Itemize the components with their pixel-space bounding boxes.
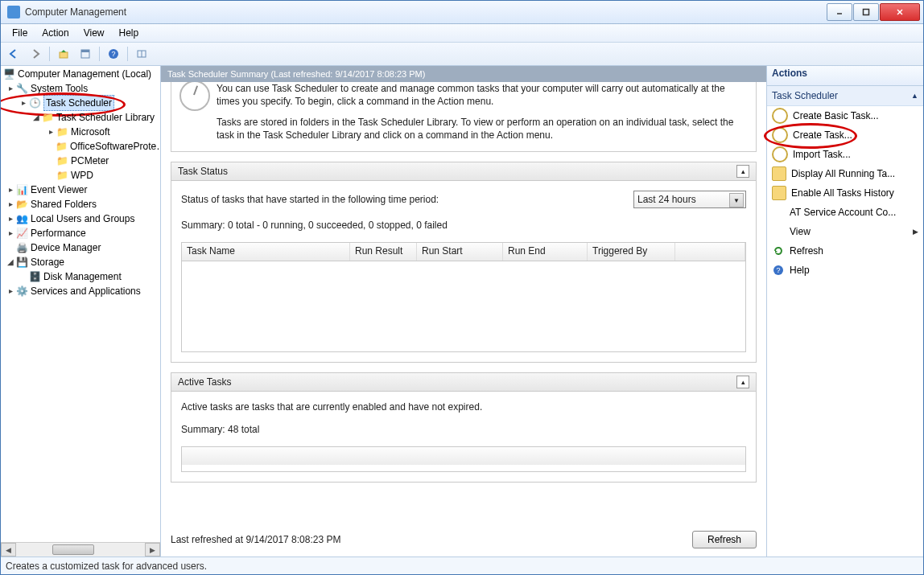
status-summary: Summary: 0 total - 0 running, 0 succeede…	[181, 220, 746, 231]
collapse-icon[interactable]: ▲	[911, 92, 918, 100]
storage-icon: 💾	[15, 256, 28, 269]
expand-icon[interactable]: ▸	[46, 125, 56, 139]
task-status-header[interactable]: Task Status ▴	[171, 162, 756, 181]
action-refresh[interactable]: Refresh	[767, 241, 923, 261]
expand-icon[interactable]: ▸	[6, 212, 15, 226]
folder-icon: 📁	[56, 140, 68, 153]
action-help[interactable]: ?Help	[767, 261, 923, 280]
task-status-body: Status of tasks that have started in the…	[171, 181, 756, 362]
folder-icon: 📁	[56, 125, 68, 138]
properties-button[interactable]	[76, 44, 95, 64]
tree-services-apps[interactable]: ▸⚙️Services and Applications	[2, 284, 160, 298]
refresh-icon	[772, 244, 785, 257]
maximize-button[interactable]	[853, 3, 879, 21]
period-combobox[interactable]: Last 24 hours ▼	[633, 191, 746, 208]
collapse-icon[interactable]: ▴	[736, 376, 749, 388]
actions-group-header[interactable]: Task Scheduler▲	[767, 86, 923, 106]
expand-icon[interactable]: ▸	[6, 284, 15, 298]
action-enable-history[interactable]: Enable All Tasks History	[767, 183, 923, 203]
expand-icon[interactable]: ▸	[6, 81, 15, 96]
tree-device-manager[interactable]: 🖨️Device Manager	[2, 240, 160, 255]
expand-icon[interactable]: ▸	[6, 226, 15, 240]
tree-pcmeter[interactable]: 📁PCMeter	[2, 154, 160, 168]
share-icon: 📂	[15, 198, 28, 211]
action-display-running[interactable]: Display All Running Ta...	[767, 164, 923, 183]
collapse-icon[interactable]: ▴	[736, 165, 749, 178]
col-run-result[interactable]: Run Result	[350, 243, 417, 261]
action-create-task[interactable]: Create Task...	[767, 125, 923, 145]
disk-icon: 🗄️	[28, 270, 41, 283]
action-import-task[interactable]: Import Task...	[767, 145, 923, 164]
nav-forward-button[interactable]	[26, 44, 45, 64]
tree-shared-folders[interactable]: ▸📂Shared Folders	[2, 197, 160, 212]
scroll-track[interactable]	[16, 544, 145, 556]
overview-text-1: You can use Task Scheduler to create and…	[217, 82, 746, 108]
tree-system-tools[interactable]: ▸🔧System Tools	[2, 81, 160, 96]
active-tasks-summary: Summary: 48 total	[181, 424, 746, 435]
folder-icon	[772, 186, 786, 200]
tree-hscrollbar[interactable]: ◀ ▶	[1, 542, 160, 557]
menu-action[interactable]: Action	[35, 26, 75, 40]
refresh-button[interactable]: Refresh	[692, 531, 757, 548]
extra-button[interactable]	[132, 44, 151, 64]
chevron-right-icon: ▶	[913, 228, 918, 236]
tree-ts-library[interactable]: ◢📁Task Scheduler Library	[2, 110, 160, 125]
navigation-pane: 🖥️Computer Management (Local) ▸🔧System T…	[1, 66, 161, 557]
tree-local-users[interactable]: ▸👥Local Users and Groups	[2, 212, 160, 226]
minimize-button[interactable]	[827, 3, 852, 21]
collapse-icon[interactable]: ◢	[31, 110, 41, 125]
library-icon: 📁	[41, 111, 54, 124]
up-button[interactable]	[54, 44, 73, 64]
scroll-left-button[interactable]: ◀	[1, 543, 16, 557]
tree-performance[interactable]: ▸📈Performance	[2, 226, 160, 240]
collapse-icon[interactable]: ◢	[6, 255, 15, 269]
chevron-down-icon[interactable]: ▼	[729, 193, 744, 207]
action-view[interactable]: View▶	[767, 222, 923, 241]
scroll-thumb[interactable]	[52, 544, 94, 555]
blank-icon	[772, 225, 785, 238]
actions-header: Actions	[767, 66, 923, 86]
action-at-service[interactable]: AT Service Account Co...	[767, 203, 923, 222]
active-tasks-body: Active tasks are tasks that are currentl…	[171, 392, 756, 482]
tree-disk-management[interactable]: 🗄️Disk Management	[2, 269, 160, 284]
statusbar: Creates a customized task for advanced u…	[1, 557, 923, 574]
tree-wpd[interactable]: 📁WPD	[2, 168, 160, 183]
expand-icon[interactable]: ▸	[6, 183, 15, 197]
clock-icon	[179, 82, 210, 111]
menu-help[interactable]: Help	[113, 26, 146, 40]
perf-icon: 📈	[15, 227, 28, 240]
expand-icon[interactable]: ▸	[6, 197, 15, 212]
nav-back-button[interactable]	[4, 44, 23, 64]
col-run-end[interactable]: Run End	[503, 243, 588, 261]
tree-storage[interactable]: ◢💾Storage	[2, 255, 160, 269]
folder-icon	[772, 166, 786, 181]
window-buttons	[827, 3, 920, 21]
tree-microsoft[interactable]: ▸📁Microsoft	[2, 125, 160, 139]
close-button[interactable]	[880, 3, 920, 21]
tree-view[interactable]: 🖥️Computer Management (Local) ▸🔧System T…	[1, 66, 160, 542]
tree-event-viewer[interactable]: ▸📊Event Viewer	[2, 183, 160, 197]
svg-rect-6	[81, 50, 89, 52]
tree-task-scheduler[interactable]: ▸🕒Task Scheduler	[2, 96, 160, 110]
col-task-name[interactable]: Task Name	[182, 243, 350, 261]
menu-view[interactable]: View	[77, 26, 111, 40]
folder-icon: 📁	[56, 169, 68, 182]
status-table-body[interactable]	[181, 261, 746, 352]
tree-office[interactable]: 📁OfficeSoftwareProte…	[2, 139, 160, 154]
expand-icon[interactable]: ▸	[19, 96, 28, 110]
menu-file[interactable]: File	[6, 26, 34, 40]
tree-root[interactable]: 🖥️Computer Management (Local)	[2, 67, 160, 81]
svg-text:?: ?	[776, 266, 780, 274]
content-area: 🖥️Computer Management (Local) ▸🔧System T…	[1, 66, 923, 557]
col-run-start[interactable]: Run Start	[417, 243, 503, 261]
main-scroll[interactable]: You can use Task Scheduler to create and…	[161, 82, 766, 523]
active-tasks-table[interactable]	[181, 446, 746, 472]
scroll-right-button[interactable]: ▶	[145, 543, 160, 557]
folder-icon: 📁	[56, 154, 68, 167]
action-create-basic-task[interactable]: Create Basic Task...	[767, 106, 923, 125]
toolbar: ?	[1, 43, 923, 66]
col-triggered-by[interactable]: Triggered By	[588, 243, 675, 261]
active-tasks-header[interactable]: Active Tasks ▴	[171, 373, 756, 392]
help-button[interactable]: ?	[104, 44, 123, 64]
blank-icon	[772, 206, 785, 219]
